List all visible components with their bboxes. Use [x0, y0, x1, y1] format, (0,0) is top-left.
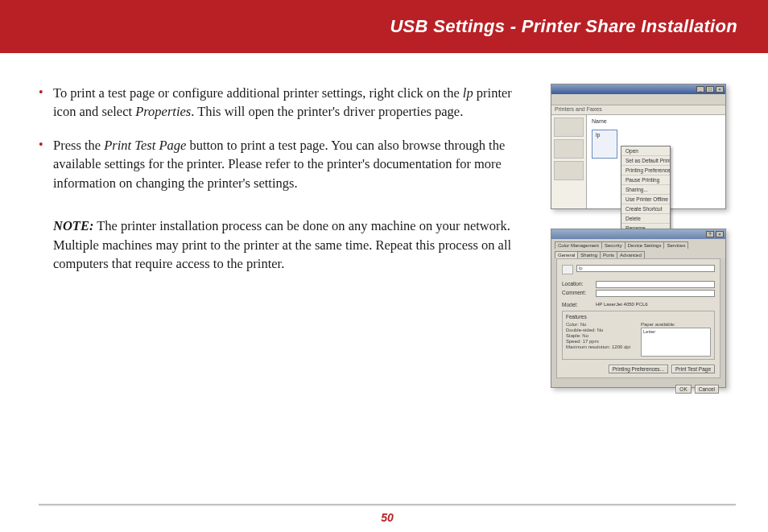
tab-services[interactable]: Services: [663, 241, 688, 249]
close-icon[interactable]: ×: [716, 86, 724, 93]
tab-general[interactable]: General: [555, 251, 578, 258]
page-footer: 50: [39, 504, 736, 524]
window-titlebar: _ □ ×: [551, 85, 725, 94]
close-icon[interactable]: ×: [716, 231, 724, 237]
ctx-sharing[interactable]: Sharing...: [621, 185, 670, 195]
header-bar: USB Settings - Printer Share Installatio…: [0, 0, 768, 53]
tab-row-2: General Sharing Ports Advanced: [551, 249, 725, 258]
bullet-item-2: • Press the Print Test Page button to pr…: [39, 136, 531, 192]
bullet-dot: •: [39, 136, 53, 192]
cancel-button[interactable]: Cancel: [695, 385, 719, 394]
tab-device-settings[interactable]: Device Settings: [625, 241, 665, 249]
side-block: [554, 161, 584, 180]
minimize-icon[interactable]: _: [696, 86, 704, 93]
location-field[interactable]: [596, 281, 715, 288]
features-right: Paper available: Letter: [641, 321, 711, 357]
ctx-open[interactable]: Open: [621, 146, 670, 156]
ctx-offline[interactable]: Use Printer Offline: [621, 195, 670, 204]
ctx-pause[interactable]: Pause Printing: [621, 175, 670, 185]
location-label: Location:: [562, 281, 596, 288]
bullet-text-1: To print a test page or configure additi…: [53, 84, 531, 122]
window-body: Name lp Open Set as Default Printer Prin…: [551, 115, 725, 208]
text-column: • To print a test page or configure addi…: [39, 84, 551, 407]
side-block: [554, 118, 584, 137]
ctx-set-default[interactable]: Set as Default Printer: [621, 156, 670, 166]
bullet-item-1: • To print a test page or configure addi…: [39, 84, 531, 122]
printing-preferences-button[interactable]: Printing Preferences...: [609, 365, 668, 373]
screenshot-column: _ □ × Printers and Faxes Name lp: [551, 84, 736, 407]
column-header: Name: [587, 115, 725, 127]
printer-name-field[interactable]: lp: [576, 265, 715, 272]
screenshot-printers-folder: _ □ × Printers and Faxes Name lp: [551, 84, 726, 209]
paper-list: Letter: [641, 328, 711, 357]
ctx-preferences[interactable]: Printing Preferences...: [621, 166, 670, 175]
print-test-page-button[interactable]: Print Test Page: [671, 365, 715, 373]
bullet-text-2: Press the Print Test Page button to prin…: [53, 136, 531, 192]
content-area: • To print a test page or configure addi…: [0, 53, 768, 407]
tab-row-1: Color Management Security Device Setting…: [551, 239, 725, 249]
model-value: HP LaserJet 4050 PCL6: [596, 302, 648, 307]
tab-sharing[interactable]: Sharing: [577, 251, 601, 258]
bullet-dot: •: [39, 84, 53, 122]
window-titlebar: ? ×: [551, 229, 725, 239]
ok-button[interactable]: OK: [675, 385, 691, 394]
printer-icon-lp[interactable]: lp: [592, 130, 617, 159]
features-label: Features: [566, 314, 711, 320]
tab-ports[interactable]: Ports: [600, 251, 617, 258]
maximize-icon[interactable]: □: [706, 86, 714, 93]
help-icon[interactable]: ?: [706, 231, 714, 237]
tab-advanced[interactable]: Advanced: [617, 251, 645, 258]
printer-icon: [562, 265, 573, 274]
page-title: USB Settings - Printer Share Installatio…: [390, 16, 737, 37]
comment-field[interactable]: [596, 290, 715, 297]
model-label: Model:: [562, 302, 596, 307]
main-listing: Name lp Open Set as Default Printer Prin…: [587, 115, 725, 208]
page-number: 50: [39, 511, 736, 524]
window-toolbar: [551, 94, 725, 105]
note-label: NOTE:: [53, 218, 93, 233]
address-bar: Printers and Faxes: [551, 105, 725, 115]
ctx-delete[interactable]: Delete: [621, 214, 670, 224]
note-text: The printer installation process can be …: [53, 218, 511, 271]
features-left: Color: No Double-sided: No Staple: No Sp…: [566, 321, 636, 357]
ctx-shortcut[interactable]: Create Shortcut: [621, 204, 670, 214]
note-block: NOTE: The printer installation process c…: [53, 217, 531, 273]
tab-color-management[interactable]: Color Management: [555, 241, 602, 249]
side-panel: [551, 115, 587, 208]
screenshot-properties-dialog: ? × Color Management Security Device Set…: [551, 229, 726, 388]
general-panel: lp Location: Comment: Model: HP LaserJet…: [556, 258, 721, 378]
tab-security[interactable]: Security: [601, 241, 626, 249]
features-group: Features Color: No Double-sided: No Stap…: [562, 311, 715, 360]
comment-label: Comment:: [562, 290, 596, 297]
side-block: [554, 139, 584, 159]
footer-divider: [39, 504, 736, 506]
